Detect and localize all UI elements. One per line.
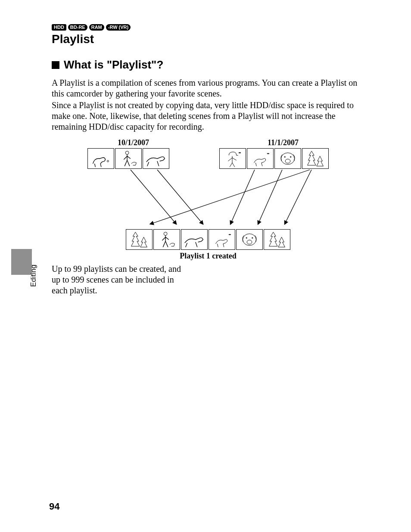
thumb-dog-face-icon	[236, 229, 263, 250]
thumb-dog-face-icon	[274, 148, 301, 169]
svg-point-7	[290, 156, 291, 158]
limits-paragraph: Up to 99 playlists can be created, and u…	[52, 264, 190, 296]
badge-hdd: HDD	[52, 24, 66, 31]
media-badges: HDD BD-RE RAM -RW (VR)	[52, 24, 364, 31]
svg-line-11	[230, 170, 255, 224]
playlist-diagram: 10/1/2007 11/1/2007	[87, 138, 329, 261]
svg-point-4	[281, 152, 295, 164]
svg-point-17	[243, 233, 256, 245]
diagram-date-left: 10/1/2007	[118, 138, 149, 147]
svg-point-6	[284, 156, 286, 158]
badge-ram: RAM	[89, 24, 104, 31]
svg-point-19	[246, 237, 247, 239]
thumb-trees-icon	[264, 229, 290, 250]
diagram-date-right: 11/1/2007	[268, 138, 299, 147]
badge-bdre: BD-RE	[68, 24, 87, 31]
thumb-person-cap-icon	[219, 148, 246, 169]
chapter-label: Editing	[29, 264, 38, 287]
section-heading-text: What is "Playlist"?	[64, 58, 163, 72]
svg-line-12	[258, 170, 282, 224]
chapter-tab	[11, 249, 32, 275]
intro-paragraph-1: A Playlist is a compilation of scenes fr…	[52, 78, 364, 99]
intro-paragraph-2: Since a Playlist is not created by copyi…	[52, 100, 364, 132]
diagram-source-group-right	[219, 148, 329, 169]
svg-line-14	[285, 170, 311, 224]
svg-point-0	[107, 160, 109, 162]
svg-point-20	[252, 237, 253, 239]
thumb-person-dog-icon	[153, 229, 180, 250]
thumb-dog-running-icon	[143, 148, 169, 169]
diagram-caption: Playlist 1 created	[87, 252, 329, 261]
diagram-playlist-row	[87, 229, 329, 250]
badge-rwvr: -RW (VR)	[106, 24, 131, 31]
page-number: 94	[49, 501, 59, 512]
thumb-trees-icon	[302, 148, 329, 169]
diagram-source-row	[87, 148, 329, 169]
svg-rect-8	[90, 169, 326, 170]
thumb-dog-standing-icon	[87, 148, 114, 169]
diagram-arrows-icon	[87, 169, 329, 229]
diagram-source-group-left	[87, 148, 169, 169]
svg-point-5	[285, 159, 290, 163]
section-heading: What is "Playlist"?	[52, 58, 364, 72]
thumb-person-dog-icon	[115, 148, 142, 169]
thumb-dog-running-icon	[181, 229, 208, 250]
svg-line-10	[157, 170, 203, 224]
thumb-dog-small-icon	[209, 229, 235, 250]
svg-point-3	[267, 153, 269, 154]
page-title: Playlist	[52, 32, 364, 46]
thumb-dog-small-icon	[247, 148, 274, 169]
svg-line-13	[150, 170, 310, 224]
svg-point-2	[239, 152, 241, 153]
svg-point-18	[247, 240, 252, 244]
svg-point-16	[228, 234, 231, 235]
svg-point-1	[125, 151, 129, 155]
square-bullet-icon	[52, 61, 59, 69]
thumb-trees-icon	[126, 229, 153, 250]
svg-line-9	[131, 170, 176, 224]
svg-point-15	[164, 232, 167, 236]
